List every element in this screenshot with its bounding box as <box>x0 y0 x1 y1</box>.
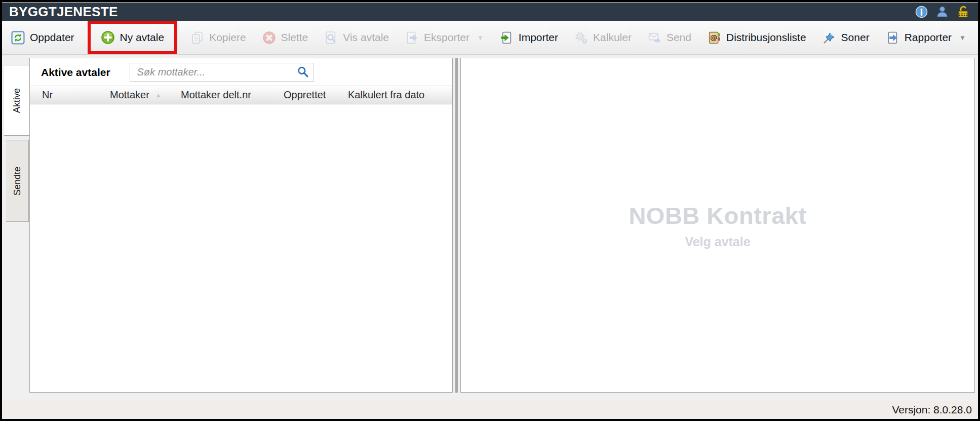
splitter-bar <box>455 58 458 393</box>
copy-icon <box>190 31 204 45</box>
detail-panel: NOBB Kontrakt Velg avtale <box>460 58 975 393</box>
column-header-nr[interactable]: Nr <box>42 89 110 101</box>
toolbar-button-send[interactable]: Send <box>645 28 694 48</box>
tab-sendte[interactable]: Sendte <box>6 140 29 222</box>
view-icon <box>324 31 338 45</box>
svg-text:@: @ <box>710 33 718 42</box>
toolbar-label: Kopiere <box>209 31 246 44</box>
tab-label: Aktive <box>12 88 22 112</box>
title-bar: BYGGTJENESTE <box>2 2 978 21</box>
toolbar-label: Kalkuler <box>593 31 632 44</box>
titlebar-icons <box>915 5 970 19</box>
toolbar-label: Oppdater <box>30 31 74 44</box>
toolbar-button-vis-avtale[interactable]: Vis avtale <box>321 28 392 48</box>
status-bar: Versjon: 8.0.28.0 <box>2 401 978 419</box>
info-icon[interactable] <box>915 6 928 18</box>
column-label: Nr <box>42 89 53 101</box>
toolbar-label: Importer <box>519 31 558 44</box>
highlight-box: Ny avtale <box>88 21 178 54</box>
toolbar-label: Distribusjonsliste <box>726 31 806 44</box>
column-label: Kalkulert fra dato <box>348 89 424 101</box>
refresh-icon <box>11 31 25 45</box>
app-window: BYGGTJENESTE <box>0 0 980 421</box>
watermark-subtitle: Velg avtale <box>685 235 750 249</box>
column-label: Opprettet <box>284 89 326 101</box>
column-header-kalkulert-fra-dato[interactable]: Kalkulert fra dato <box>348 89 452 101</box>
agreements-list-empty <box>30 104 452 392</box>
column-header-mottaker[interactable]: Mottaker ▲ <box>110 89 181 101</box>
toolbar-label: Rapporter <box>905 31 952 44</box>
add-icon <box>101 30 115 45</box>
column-header-mottaker-delt-nr[interactable]: Mottaker delt.nr <box>181 89 284 101</box>
table-header-row: Nr Mottaker ▲ Mottaker delt.nr Opprettet… <box>30 86 452 104</box>
toolbar-label: Send <box>667 31 691 44</box>
toolbar-label: Ny avtale <box>120 31 165 44</box>
lock-open-icon[interactable] <box>956 5 970 19</box>
column-label: Mottaker delt.nr <box>181 89 251 101</box>
toolbar-button-slette[interactable]: Slette <box>259 28 311 48</box>
agreements-panel: Aktive avtaler Nr Mottaker <box>29 58 453 393</box>
toolbar-button-kalkuler[interactable]: Kalkuler <box>571 28 635 48</box>
import-icon <box>500 31 514 45</box>
app-title: BYGGTJENESTE <box>9 4 118 20</box>
address-book-icon: @ <box>708 31 721 45</box>
column-header-opprettet[interactable]: Opprettet <box>284 89 348 101</box>
toolbar-button-soner[interactable]: Soner <box>819 28 873 48</box>
toolbar-button-importer[interactable]: Importer <box>497 28 561 48</box>
toolbar: Oppdater Ny avtale <box>2 21 978 55</box>
main-area: Aktive Sendte Aktive avtaler <box>2 55 978 401</box>
side-tabstrip: Aktive Sendte <box>4 58 29 393</box>
toolbar-button-oppdater[interactable]: Oppdater <box>8 28 77 48</box>
panel-title: Aktive avtaler <box>41 66 110 79</box>
search-icon[interactable] <box>297 66 309 79</box>
search-box <box>130 63 314 82</box>
version-label: Versjon: 8.0.28.0 <box>892 404 972 416</box>
column-label: Mottaker <box>110 89 149 101</box>
user-icon[interactable] <box>935 5 949 18</box>
sort-asc-icon: ▲ <box>155 92 162 99</box>
chevron-down-icon: ▼ <box>477 34 484 42</box>
delete-icon <box>262 31 276 45</box>
toolbar-label: Eksporter <box>424 31 469 44</box>
toolbar-button-ny-avtale[interactable]: Ny avtale <box>98 27 168 48</box>
search-input[interactable] <box>136 66 297 79</box>
toolbar-button-eksporter[interactable]: Eksporter ▼ <box>402 28 487 48</box>
tab-label: Sendte <box>12 166 23 195</box>
toolbar-button-rapporter[interactable]: Rapporter ▼ <box>883 28 969 48</box>
report-icon <box>886 31 899 45</box>
toolbar-label: Soner <box>841 31 870 44</box>
export-icon <box>405 31 419 45</box>
panel-splitter[interactable] <box>453 58 460 393</box>
toolbar-button-kopiere[interactable]: Kopiere <box>187 28 249 48</box>
toolbar-label: Vis avtale <box>343 31 389 44</box>
tab-aktive[interactable]: Aktive <box>4 65 30 136</box>
toolbar-label: Slette <box>281 31 308 44</box>
chevron-down-icon: ▼ <box>959 34 966 42</box>
send-icon <box>648 31 661 45</box>
pin-icon <box>822 31 836 45</box>
agreements-panel-header: Aktive avtaler <box>30 58 452 86</box>
calculate-icon <box>574 31 588 45</box>
toolbar-button-distribusjonsliste[interactable]: @ Distribusjonsliste <box>704 28 809 48</box>
watermark-title: NOBB Kontrakt <box>629 202 806 229</box>
